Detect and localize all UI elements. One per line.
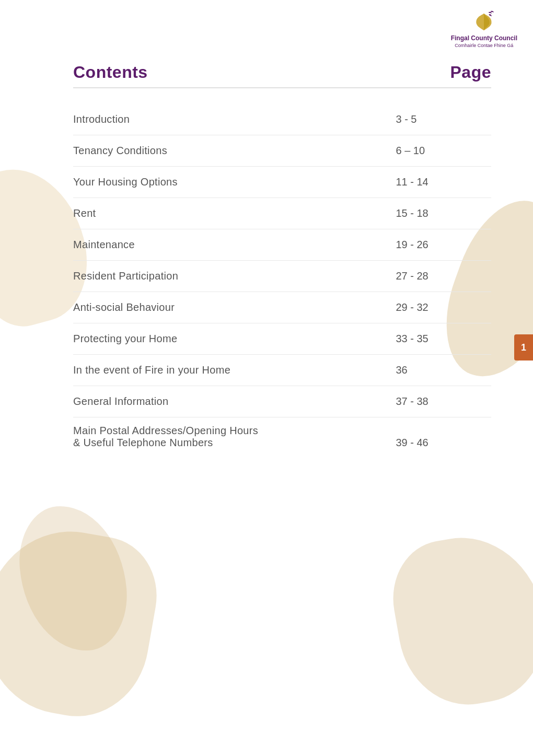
toc-label-postal-addresses: Main Postal Addresses/Opening Hours & Us… [73,417,385,457]
toc-row-housing-options: Your Housing Options 11 - 14 [73,167,491,198]
toc-row-rent: Rent 15 - 18 [73,198,491,229]
toc-row-fire: In the event of Fire in your Home 36 [73,355,491,386]
contents-title: Contents [73,63,148,82]
page-number-tab: 1 [514,334,533,360]
toc-page-rent: 15 - 18 [385,198,491,229]
toc-label-anti-social: Anti-social Behaviour [73,292,385,323]
toc-label-protecting-home: Protecting your Home [73,323,385,355]
toc-row-general-info: General Information 37 - 38 [73,386,491,417]
toc-page-protecting-home: 33 - 35 [385,323,491,355]
toc-label-general-info: General Information [73,386,385,417]
header: Fingal County Council Comhairle Contae F… [451,9,517,48]
toc-row-maintenance: Maintenance 19 - 26 [73,229,491,261]
toc-page-tenancy-conditions: 6 – 10 [385,135,491,167]
logo-text-main: Fingal County Council [451,34,517,43]
toc-page-postal-addresses: 39 - 46 [385,417,491,457]
toc-row-resident-participation: Resident Participation 27 - 28 [73,261,491,292]
toc-page-introduction: 3 - 5 [385,104,491,135]
toc-label-introduction: Introduction [73,104,385,135]
toc-row-protecting-home: Protecting your Home 33 - 35 [73,323,491,355]
toc-page-maintenance: 19 - 26 [385,229,491,261]
toc-page-fire: 36 [385,355,491,386]
logo-text-sub: Comhairle Contae Fhine Gá [455,43,513,48]
toc-page-general-info: 37 - 38 [385,386,491,417]
toc-label-resident-participation: Resident Participation [73,261,385,292]
toc-table: Introduction 3 - 5 Tenancy Conditions 6 … [73,104,491,456]
page-number: 1 [521,342,526,353]
page-col-header: Page [450,63,491,82]
fingal-council-logo [471,9,496,34]
toc-label-maintenance: Maintenance [73,229,385,261]
main-content: Contents Page Introduction 3 - 5 Tenancy… [0,0,533,487]
toc-label-tenancy-conditions: Tenancy Conditions [73,135,385,167]
toc-page-anti-social: 29 - 32 [385,292,491,323]
toc-label-housing-options: Your Housing Options [73,167,385,198]
bg-decoration-right-bottom [384,525,533,715]
toc-label-rent: Rent [73,198,385,229]
contents-header: Contents Page [73,63,491,88]
toc-label-fire: In the event of Fire in your Home [73,355,385,386]
toc-row-tenancy-conditions: Tenancy Conditions 6 – 10 [73,135,491,167]
toc-row-introduction: Introduction 3 - 5 [73,104,491,135]
toc-page-housing-options: 11 - 14 [385,167,491,198]
toc-row-postal-addresses: Main Postal Addresses/Opening Hours & Us… [73,417,491,457]
toc-page-resident-participation: 27 - 28 [385,261,491,292]
toc-row-anti-social: Anti-social Behaviour 29 - 32 [73,292,491,323]
